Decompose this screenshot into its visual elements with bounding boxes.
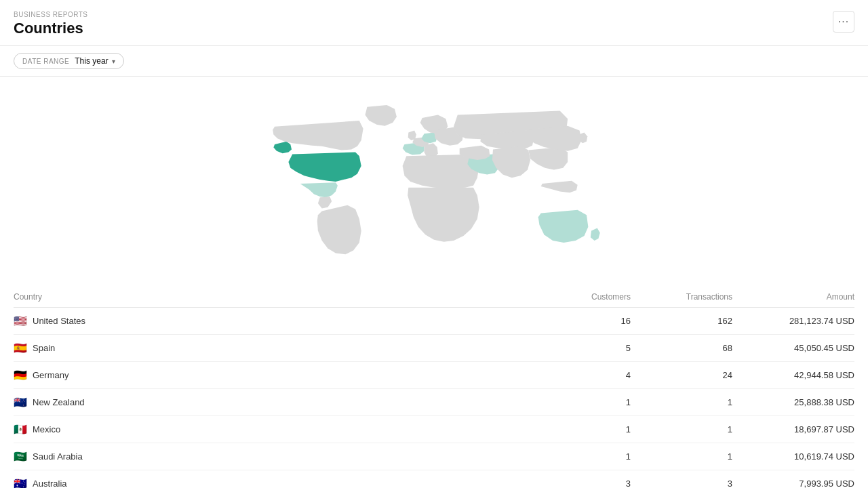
table-row: 🇦🇺 Australia 3 3 7,993.95 USD	[14, 470, 854, 488]
transactions-value: 3	[631, 479, 732, 488]
country-flag: 🇺🇸	[14, 314, 27, 327]
page-title: Countries	[14, 20, 854, 37]
table-row: 🇸🇦 Saudi Arabia 1 1 10,619.74 USD	[14, 443, 854, 470]
australia-path	[538, 210, 589, 243]
country-flag: 🇪🇸	[14, 342, 27, 354]
table-row: 🇲🇽 Mexico 1 1 18,697.87 USD	[14, 416, 854, 443]
amount-value: 18,697.87 USD	[732, 424, 854, 434]
alaska-path	[273, 142, 292, 153]
col-transactions-header: Transactions	[631, 292, 732, 302]
customers-value: 4	[529, 370, 631, 380]
country-name: Spain	[33, 343, 55, 353]
transactions-value: 24	[631, 370, 732, 380]
chevron-down-icon: ▾	[112, 58, 115, 65]
supertitle: BUSINESS REPORTS	[14, 11, 854, 18]
transactions-value: 1	[631, 451, 732, 462]
page-header: BUSINESS REPORTS Countries ···	[0, 0, 868, 46]
country-cell: 🇸🇦 Saudi Arabia	[14, 450, 529, 463]
customers-value: 5	[529, 343, 631, 353]
south-asia-path	[492, 146, 530, 178]
country-name: Saudi Arabia	[33, 451, 83, 462]
amount-value: 281,123.74 USD	[732, 316, 854, 326]
amount-value: 10,619.74 USD	[732, 451, 854, 462]
table-row: 🇪🇸 Spain 5 68 45,050.45 USD	[14, 335, 854, 362]
country-cell: 🇪🇸 Spain	[14, 342, 529, 354]
sub-africa-path	[408, 188, 479, 242]
country-flag: 🇦🇺	[14, 477, 27, 488]
col-amount-header: Amount	[732, 292, 854, 302]
country-cell: 🇩🇪 Germany	[14, 369, 529, 382]
world-map	[0, 77, 868, 287]
country-cell: 🇺🇸 United States	[14, 314, 529, 327]
country-cell: 🇳🇿 New Zealand	[14, 396, 529, 409]
south-america-path	[317, 205, 361, 255]
menu-button[interactable]: ···	[833, 11, 854, 33]
table-row: 🇩🇪 Germany 4 24 42,944.58 USD	[14, 362, 854, 389]
table-header: Country Customers Transactions Amount	[14, 287, 854, 308]
amount-value: 42,944.58 USD	[732, 370, 854, 380]
country-flag: 🇸🇦	[14, 450, 27, 463]
country-name: New Zealand	[33, 397, 85, 407]
greenland-path	[366, 105, 397, 126]
customers-value: 1	[529, 397, 631, 407]
country-flag: 🇲🇽	[14, 423, 27, 436]
toolbar: DATE RANGE This year ▾	[0, 46, 868, 77]
customers-value: 16	[529, 316, 631, 326]
table-row: 🇺🇸 United States 16 162 281,123.74 USD	[14, 308, 854, 335]
north-africa-path	[403, 154, 479, 188]
amount-value: 25,888.38 USD	[732, 397, 854, 407]
transactions-value: 1	[631, 397, 732, 407]
date-range-label: DATE RANGE	[22, 58, 69, 65]
date-range-button[interactable]: DATE RANGE This year ▾	[14, 53, 124, 69]
amount-value: 45,050.45 USD	[732, 343, 854, 353]
central-america-path	[318, 197, 332, 208]
table-body: 🇺🇸 United States 16 162 281,123.74 USD 🇪…	[14, 308, 854, 488]
country-cell: 🇲🇽 Mexico	[14, 423, 529, 436]
country-name: Germany	[33, 370, 68, 380]
col-customers-header: Customers	[529, 292, 631, 302]
customers-value: 1	[529, 424, 631, 434]
country-flag: 🇩🇪	[14, 369, 27, 382]
table-row: 🇳🇿 New Zealand 1 1 25,888.38 USD	[14, 389, 854, 416]
country-flag: 🇳🇿	[14, 396, 27, 409]
map-svg	[108, 83, 760, 280]
customers-value: 3	[529, 479, 631, 488]
usa-path	[288, 152, 361, 182]
southeast-asia-path	[528, 147, 568, 170]
east-asia-path	[528, 126, 581, 151]
indonesia-path	[541, 181, 578, 192]
date-range-value: This year	[75, 56, 108, 66]
nz-path	[591, 228, 600, 241]
transactions-value: 68	[631, 343, 732, 353]
country-name: Mexico	[33, 424, 60, 434]
country-table: Country Customers Transactions Amount 🇺🇸…	[0, 287, 868, 488]
transactions-value: 162	[631, 316, 732, 326]
transactions-value: 1	[631, 424, 732, 434]
mexico-path	[300, 182, 338, 197]
country-cell: 🇦🇺 Australia	[14, 477, 529, 488]
customers-value: 1	[529, 451, 631, 462]
col-country-header: Country	[14, 292, 529, 302]
ellipsis-icon: ···	[838, 16, 849, 28]
amount-value: 7,993.95 USD	[732, 479, 854, 488]
country-name: Australia	[33, 479, 67, 488]
country-name: United States	[33, 316, 85, 326]
